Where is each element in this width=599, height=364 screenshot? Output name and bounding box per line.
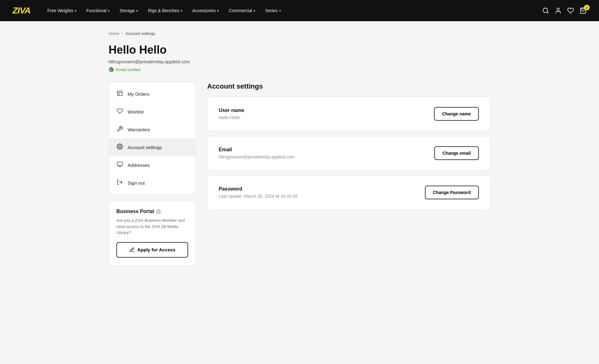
email-verified-badge: Email verified bbox=[109, 67, 490, 72]
svg-point-2 bbox=[557, 8, 559, 10]
username-value: Hello Hello bbox=[219, 115, 244, 120]
nav-item-rigs-benches[interactable]: Rigs & Benches▾ bbox=[144, 6, 187, 16]
account-button[interactable] bbox=[555, 7, 562, 14]
sidebar-item-sign-out[interactable]: Sign out bbox=[109, 174, 196, 192]
location-icon bbox=[116, 161, 123, 169]
nav-item-free-weights[interactable]: Free Weights▾ bbox=[43, 6, 81, 16]
nav-item-functional[interactable]: Functional▾ bbox=[82, 6, 114, 16]
email-verified-label: Email verified bbox=[116, 67, 140, 72]
wishlist-button[interactable] bbox=[567, 7, 574, 14]
page-wrapper: Home / Account settings Hello Hello h8rs… bbox=[94, 21, 505, 284]
signout-icon bbox=[116, 179, 123, 187]
sidebar-item-addresses-label: Addresses bbox=[128, 163, 150, 168]
svg-line-1 bbox=[547, 12, 548, 13]
cart-button[interactable]: 2 bbox=[580, 7, 587, 14]
breadcrumb-home[interactable]: Home bbox=[109, 31, 119, 36]
portal-info-icon[interactable]: i bbox=[156, 209, 161, 214]
business-portal: Business Portal i Are you a ZIVA Busines… bbox=[109, 201, 196, 265]
page-title: Hello Hello bbox=[109, 43, 490, 56]
change-password-button[interactable]: Change Password bbox=[425, 186, 479, 199]
sidebar-item-account-settings[interactable]: Account settings bbox=[109, 138, 196, 156]
password-value: Last update: March 26, 2024 at 16:33:28 bbox=[219, 194, 297, 199]
orders-icon bbox=[116, 90, 123, 98]
breadcrumb-current: Account settings bbox=[125, 31, 155, 36]
portal-title-text: Business Portal bbox=[116, 209, 154, 214]
sidebar-item-warranties[interactable]: Warranties bbox=[109, 121, 196, 138]
sidebar-item-warranties-label: Warranties bbox=[128, 127, 150, 132]
sidebar-item-account-settings-label: Account settings bbox=[128, 145, 162, 150]
password-label: Password bbox=[219, 186, 297, 192]
heart-icon bbox=[116, 108, 123, 116]
change-email-button[interactable]: Change email bbox=[434, 146, 479, 160]
email-card: Email h8rsgnxxwm@privaterelay.appleid.co… bbox=[207, 136, 490, 170]
content-layout: My Orders Wishlist Warranties bbox=[109, 82, 490, 265]
svg-rect-4 bbox=[118, 91, 122, 96]
portal-title: Business Portal i bbox=[116, 209, 188, 214]
navbar: ZIVA Free Weights▾ Functional▾ Storage▾ … bbox=[0, 0, 599, 21]
username-card: User name Hello Hello Change name bbox=[207, 97, 490, 131]
portal-description: Are you a ZIVA Business Member and need … bbox=[116, 217, 188, 236]
sidebar-item-my-orders-label: My Orders bbox=[128, 91, 149, 97]
sidebar-item-wishlist[interactable]: Wishlist bbox=[109, 103, 196, 121]
wrench-icon bbox=[116, 126, 123, 133]
sidebar-menu: My Orders Wishlist Warranties bbox=[109, 82, 196, 195]
nav-item-accessories[interactable]: Accessories▾ bbox=[188, 6, 223, 16]
change-name-button[interactable]: Change name bbox=[434, 107, 479, 121]
sidebar-item-sign-out-label: Sign out bbox=[128, 180, 145, 186]
brand-logo[interactable]: ZIVA bbox=[12, 6, 31, 16]
apply-button-label: Apply for Access bbox=[137, 247, 175, 252]
password-card: Password Last update: March 26, 2024 at … bbox=[207, 175, 490, 210]
email-value: h8rsgnxxwm@privaterelay.appleid.com bbox=[219, 154, 295, 159]
password-info: Password Last update: March 26, 2024 at … bbox=[219, 186, 297, 199]
sidebar-item-wishlist-label: Wishlist bbox=[128, 109, 144, 114]
apply-for-access-button[interactable]: Apply for Access bbox=[116, 242, 188, 258]
gear-icon bbox=[116, 143, 123, 151]
nav-item-commercial[interactable]: Commercial▾ bbox=[224, 6, 260, 16]
nav-item-series[interactable]: Series▾ bbox=[261, 6, 285, 16]
search-button[interactable] bbox=[542, 7, 549, 14]
sidebar-item-my-orders[interactable]: My Orders bbox=[109, 85, 196, 103]
nav-icons: 2 bbox=[542, 7, 587, 14]
nav-links: Free Weights▾ Functional▾ Storage▾ Rigs … bbox=[43, 6, 542, 16]
email-label: Email bbox=[219, 147, 295, 153]
username-label: User name bbox=[219, 108, 244, 113]
breadcrumb: Home / Account settings bbox=[109, 31, 490, 36]
nav-item-storage[interactable]: Storage▾ bbox=[115, 6, 142, 16]
apply-icon bbox=[129, 247, 135, 253]
breadcrumb-separator: / bbox=[122, 31, 123, 36]
sidebar-item-addresses[interactable]: Addresses bbox=[109, 156, 196, 174]
cart-badge: 2 bbox=[584, 5, 590, 10]
username-info: User name Hello Hello bbox=[219, 108, 244, 120]
email-info: Email h8rsgnxxwm@privaterelay.appleid.co… bbox=[219, 147, 295, 159]
user-email: h8rsgnxxwm@privaterelay.appleid.com bbox=[109, 59, 490, 64]
svg-rect-6 bbox=[117, 162, 123, 166]
main-content: Account settings User name Hello Hello C… bbox=[207, 82, 490, 215]
account-settings-title: Account settings bbox=[207, 82, 490, 90]
svg-point-5 bbox=[119, 146, 121, 148]
sidebar: My Orders Wishlist Warranties bbox=[109, 82, 196, 265]
